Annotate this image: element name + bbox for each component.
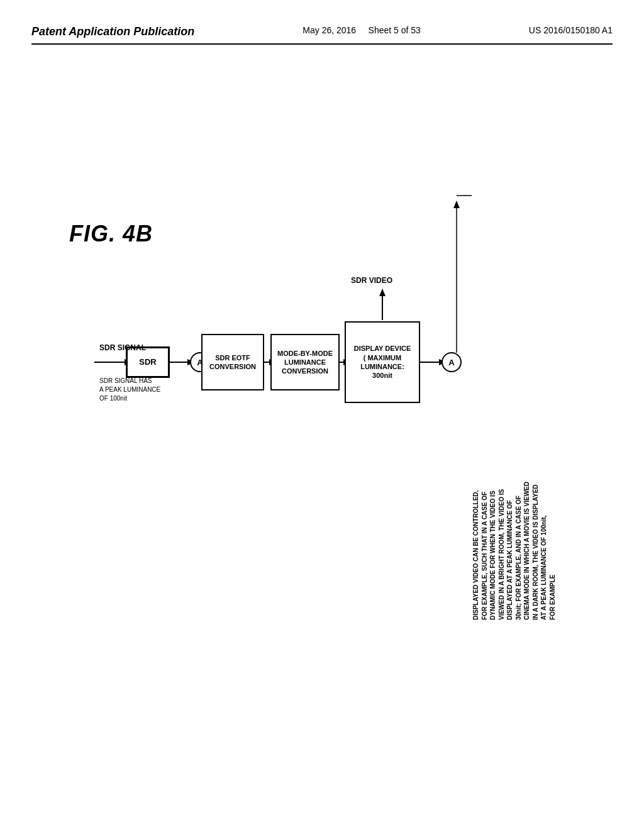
sheet-info: Sheet 5 of 53 (369, 25, 421, 35)
publication-title: Patent Application Publication (31, 25, 194, 38)
sdr-eotf-box: SDR EOTF CONVERSION (201, 334, 264, 390)
mode-conversion-box: MODE-BY-MODE LUMINANCE CONVERSION (270, 334, 340, 390)
diagram-area: FIG. 4B (31, 82, 613, 774)
circle-a-output: A (441, 352, 462, 372)
svg-marker-15 (453, 201, 460, 208)
sdr-eotf-label: SDR EOTF CONVERSION (209, 353, 256, 372)
page: Patent Application Publication May 26, 2… (0, 0, 644, 830)
display-device-box: DISPLAY DEVICE ( MAXIMUM LUMINANCE: 300n… (345, 321, 420, 403)
sdr-box-label: SDR (139, 357, 156, 368)
patent-number: US 2016/0150180 A1 (529, 25, 613, 35)
page-header: Patent Application Publication May 26, 2… (31, 25, 613, 45)
sdr-signal-label: SDR SIGNAL (99, 343, 146, 353)
figure-label: FIG. 4B (69, 221, 153, 247)
sdr-video-label: SDR VIDEO (351, 276, 392, 286)
right-annotation: DISPLAYED VIDEO CAN BE CONTROLLED, FOR E… (472, 180, 610, 620)
sdr-signal-peak-label: SDR SIGNAL HAS A PEAK LUMINANCE OF 100ni… (99, 377, 191, 403)
circle-a-output-label: A (448, 358, 454, 367)
display-device-label: DISPLAY DEVICE ( MAXIMUM LUMINANCE: 300n… (354, 344, 411, 380)
header-center: May 26, 2016 Sheet 5 of 53 (303, 25, 421, 35)
svg-marker-11 (379, 289, 386, 296)
mode-conversion-label: MODE-BY-MODE LUMINANCE CONVERSION (277, 349, 333, 376)
publication-date: May 26, 2016 (303, 25, 356, 35)
